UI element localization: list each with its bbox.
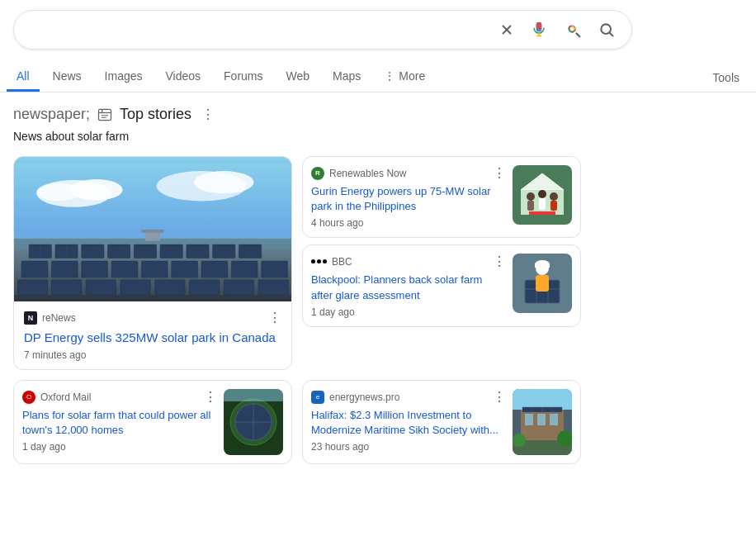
tab-more[interactable]: ⋮ More: [374, 63, 435, 92]
source-logo-bbc: [311, 259, 327, 263]
svg-rect-37: [201, 261, 228, 278]
article-title-right-bottom: Blackpool: Planners back solar farm afte…: [311, 273, 506, 302]
svg-rect-58: [527, 201, 534, 211]
article-source-bottom-right: e energynews.pro: [311, 391, 399, 404]
search-input[interactable]: solar electricity news: [27, 22, 496, 37]
google-search-button[interactable]: [595, 18, 618, 41]
nav-tabs: All News Images Videos Forums Web Maps ⋮…: [0, 56, 756, 92]
top-stories-header: newspaper; Top stories ⋮: [13, 106, 581, 123]
article-source-bottom-left: O Oxford Mail: [22, 391, 91, 404]
article-image-right-bottom: [513, 254, 572, 313]
svg-rect-31: [21, 261, 48, 278]
source-logo-renews: N: [24, 311, 37, 325]
article-time-right-top: 4 hours ago: [311, 217, 506, 229]
svg-rect-72: [536, 275, 549, 292]
svg-rect-38: [231, 261, 258, 278]
newspaper-icon: [97, 107, 113, 123]
top-stories-title: Top stories: [120, 106, 191, 123]
svg-rect-62: [550, 201, 557, 211]
article-card-bottom-right[interactable]: e energynews.pro ⋮ Halifax: $2.3 Million…: [302, 380, 581, 464]
svg-rect-43: [120, 280, 150, 295]
article-card-large[interactable]: N reNews ⋮ DP Energy sells 325MW solar p…: [13, 156, 292, 370]
article-card-bottom-left[interactable]: O Oxford Mail ⋮ Plans for solar farm tha…: [13, 380, 292, 464]
articles-grid: N reNews ⋮ DP Energy sells 325MW solar p…: [13, 156, 581, 370]
svg-point-57: [527, 192, 535, 201]
article-text-right-top: R Renewables Now ⋮ Gurin Energy powers u…: [311, 165, 506, 229]
news-about: News about solar farm: [13, 130, 581, 143]
svg-rect-33: [82, 261, 108, 278]
svg-rect-9: [99, 109, 111, 120]
svg-rect-40: [18, 280, 48, 295]
article-menu-right-bottom[interactable]: ⋮: [493, 254, 506, 269]
tab-images[interactable]: Images: [95, 63, 153, 92]
tab-news[interactable]: News: [43, 63, 92, 92]
article-menu-large[interactable]: ⋮: [268, 310, 281, 325]
article-title-large: DP Energy sells 325MW solar park in Cana…: [24, 329, 281, 346]
article-title-right-top: Gurin Energy powers up 75-MW solar park …: [311, 184, 506, 214]
tab-maps[interactable]: Maps: [323, 63, 371, 92]
source-logo-energynews: e: [311, 391, 324, 404]
svg-rect-60: [539, 198, 546, 210]
article-text-bottom-right: e energynews.pro ⋮ Halifax: $2.3 Million…: [311, 389, 506, 455]
clear-button[interactable]: [496, 19, 517, 40]
tools-button[interactable]: Tools: [702, 64, 749, 91]
article-card-right-bottom[interactable]: BBC ⋮ Blackpool: Planners back solar far…: [302, 244, 581, 326]
source-logo-oxford: O: [22, 391, 35, 404]
voice-search-button[interactable]: [527, 18, 550, 41]
svg-rect-47: [258, 280, 288, 295]
svg-rect-46: [224, 280, 253, 295]
article-text-right-bottom: BBC ⋮ Blackpool: Planners back solar far…: [311, 254, 506, 317]
article-time-right-bottom: 1 day ago: [311, 306, 506, 318]
tab-all[interactable]: All: [7, 63, 40, 92]
bottom-row: O Oxford Mail ⋮ Plans for solar farm tha…: [13, 380, 581, 464]
svg-rect-39: [262, 261, 288, 278]
svg-rect-82: [513, 389, 572, 410]
svg-rect-63: [529, 211, 555, 215]
svg-rect-41: [51, 280, 81, 295]
svg-rect-86: [550, 414, 558, 425]
svg-line-6: [577, 34, 580, 37]
svg-rect-67: [535, 264, 550, 268]
article-text-bottom-left: O Oxford Mail ⋮ Plans for solar farm tha…: [22, 389, 217, 455]
svg-point-19: [194, 171, 254, 193]
svg-rect-84: [525, 414, 533, 425]
article-image-bottom-left: [224, 389, 283, 455]
article-card-right-top[interactable]: R Renewables Now ⋮ Gurin Energy powers u…: [302, 156, 581, 238]
article-source-large: N reNews: [24, 311, 76, 325]
newspaper-icon: newspaper;: [13, 106, 90, 123]
article-title-bottom-left: Plans for solar farm that could power al…: [22, 408, 217, 438]
svg-rect-85: [537, 414, 546, 425]
svg-point-17: [36, 183, 81, 202]
article-menu-bottom-right[interactable]: ⋮: [493, 389, 506, 405]
svg-rect-42: [86, 280, 116, 295]
article-menu-bottom-left[interactable]: ⋮: [204, 389, 217, 405]
tab-web[interactable]: Web: [276, 63, 320, 92]
svg-point-92: [513, 434, 526, 447]
article-source-right-bottom: BBC: [311, 256, 352, 268]
article-time-bottom-left: 1 day ago: [22, 441, 217, 453]
svg-rect-30: [239, 244, 261, 258]
svg-rect-45: [189, 280, 219, 295]
top-stories-menu[interactable]: ⋮: [201, 107, 215, 122]
article-time-large: 7 minutes ago: [24, 349, 281, 361]
svg-rect-26: [134, 244, 156, 258]
svg-rect-36: [172, 261, 198, 278]
svg-rect-29: [213, 244, 235, 258]
article-menu-right-top[interactable]: ⋮: [493, 165, 506, 181]
article-image-right-top: [513, 165, 572, 225]
article-image-bottom-right: [513, 389, 572, 455]
tab-videos[interactable]: Videos: [156, 63, 211, 92]
svg-line-8: [610, 33, 613, 36]
lens-button[interactable]: [560, 17, 585, 42]
svg-rect-44: [155, 280, 185, 295]
article-source-right-top: R Renewables Now: [311, 167, 406, 180]
svg-rect-34: [111, 261, 138, 278]
svg-point-59: [538, 190, 546, 198]
article-image-large: [14, 157, 291, 301]
svg-rect-53: [141, 230, 163, 233]
article-title-bottom-right: Halifax: $2.3 Million Investment to Mode…: [311, 408, 506, 438]
tab-forums[interactable]: Forums: [214, 63, 272, 92]
right-column: R Renewables Now ⋮ Gurin Energy powers u…: [302, 156, 581, 370]
svg-point-61: [550, 192, 558, 201]
svg-rect-27: [160, 244, 182, 258]
